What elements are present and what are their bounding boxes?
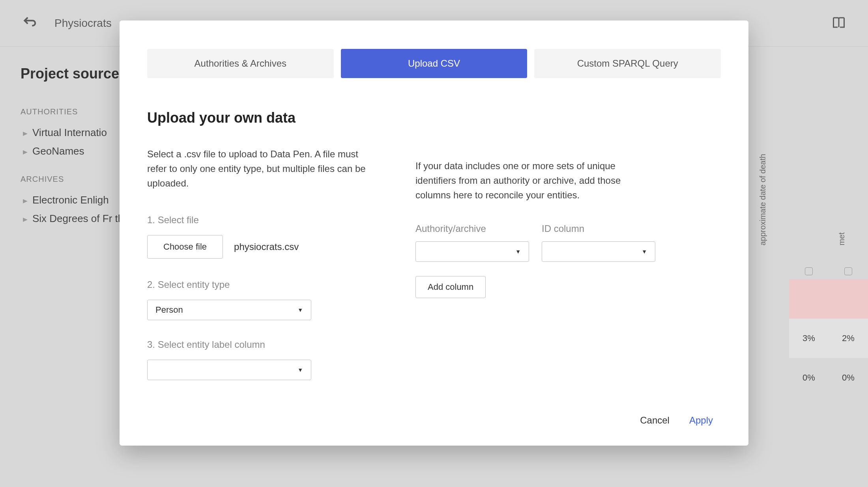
chevron-down-icon: ▼ [297,307,303,313]
authority-label: Authority/archive [415,223,529,234]
tab-upload-csv[interactable]: Upload CSV [341,49,528,78]
choose-file-button[interactable]: Choose file [147,235,223,259]
add-column-button[interactable]: Add column [415,276,486,298]
select-value: Person [155,305,183,315]
tab-sparql[interactable]: Custom SPARQL Query [534,49,721,78]
reconcile-description: If your data includes one or more sets o… [415,159,652,203]
cancel-button[interactable]: Cancel [640,415,670,426]
modal-tabs: Authorities & Archives Upload CSV Custom… [147,49,721,78]
upload-modal: Authorities & Archives Upload CSV Custom… [120,21,748,446]
modal-backdrop: Authorities & Archives Upload CSV Custom… [0,0,868,487]
step-2-label: 2. Select entity type [147,279,368,290]
chevron-down-icon: ▼ [515,248,521,255]
entity-type-select[interactable]: Person ▼ [147,300,311,320]
apply-button[interactable]: Apply [689,415,713,426]
authority-select[interactable]: ▼ [415,241,529,262]
tab-authorities[interactable]: Authorities & Archives [147,49,334,78]
modal-heading: Upload your own data [147,110,721,126]
entity-label-select[interactable]: ▼ [147,360,311,380]
id-column-select[interactable]: ▼ [542,241,655,262]
modal-description: Select a .csv file to upload to Data Pen… [147,147,368,191]
chevron-down-icon: ▼ [642,248,647,255]
selected-filename: physiocrats.csv [234,241,299,252]
step-1-label: 1. Select file [147,215,368,226]
step-3-label: 3. Select entity label column [147,339,368,350]
chevron-down-icon: ▼ [297,367,303,373]
id-column-label: ID column [542,223,655,234]
